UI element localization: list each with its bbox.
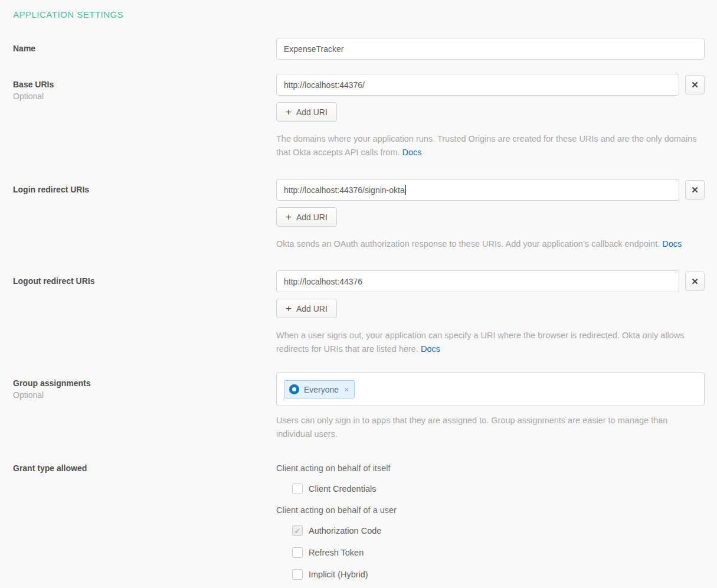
client-credentials-row: Client Credentials <box>292 484 705 494</box>
logout-redirect-input[interactable] <box>276 270 679 292</box>
base-uri-row: ✕ <box>276 74 705 96</box>
base-uri-input[interactable] <box>276 74 679 96</box>
base-uris-help-text: The domains where your application runs.… <box>276 132 705 159</box>
name-content-col <box>276 38 705 60</box>
refresh-token-label: Refresh Token <box>309 548 364 557</box>
plus-icon: + <box>286 212 292 222</box>
refresh-token-checkbox[interactable] <box>292 547 303 558</box>
client-credentials-label: Client Credentials <box>309 484 376 494</box>
logout-redirect-help-text: When a user signs out, your application … <box>276 329 705 356</box>
name-label-col: Name <box>13 38 276 53</box>
group-assignments-content-col: Everyone × Users can only sign in to app… <box>276 373 705 441</box>
remove-icon: ✕ <box>691 276 699 287</box>
name-input[interactable] <box>276 38 705 60</box>
login-redirect-field-row: Login redirect URIs http://localhost:443… <box>13 179 705 251</box>
grant-group1-heading: Client acting on behalf of itself <box>276 463 705 473</box>
add-uri-button-label: Add URI <box>296 213 328 222</box>
section-title: APPLICATION SETTINGS <box>13 9 705 19</box>
remove-icon: ✕ <box>691 80 699 90</box>
logout-redirect-content-col: ✕ + Add URI When a user signs out, your … <box>276 270 705 356</box>
grant-group2-heading: Client acting on behalf of a user <box>276 505 705 515</box>
authorization-code-row: ✓ Authorization Code <box>292 525 705 536</box>
base-uris-optional-label: Optional <box>13 92 276 101</box>
group-assignments-input[interactable]: Everyone × <box>276 373 705 406</box>
application-settings-page: APPLICATION SETTINGS Name Base URIs Opti… <box>0 0 717 580</box>
add-uri-button-label: Add URI <box>296 107 328 117</box>
base-uri-input-wrap <box>276 74 679 96</box>
add-uri-button-label: Add URI <box>296 304 328 313</box>
group-assignments-field-row: Group assignments Optional Everyone × Us… <box>13 373 705 441</box>
authorization-code-checkbox[interactable]: ✓ <box>292 525 303 536</box>
logout-redirect-field-row: Logout redirect URIs ✕ + Add URI When a … <box>13 270 705 356</box>
base-uris-content-col: ✕ + Add URI The domains where your appli… <box>276 74 705 159</box>
okta-logo-icon <box>289 384 299 394</box>
group-assignments-label-col: Group assignments Optional <box>13 373 276 400</box>
login-redirect-help-text: Okta sends an OAuth authorization respon… <box>276 237 705 251</box>
base-uris-docs-link[interactable]: Docs <box>402 148 422 157</box>
group-assignments-help-text: Users can only sign in to apps that they… <box>276 414 705 441</box>
base-uris-label-col: Base URIs Optional <box>13 74 276 101</box>
grant-type-content-col: Client acting on behalf of itself Client… <box>276 463 705 580</box>
group-assignments-label: Group assignments <box>13 378 276 388</box>
login-redirect-label: Login redirect URIs <box>13 185 276 194</box>
logout-redirect-help: When a user signs out, your application … <box>276 331 685 354</box>
tag-remove-icon[interactable]: × <box>344 385 349 394</box>
base-uris-field-row: Base URIs Optional ✕ + Add URI The domai… <box>13 74 705 159</box>
login-redirect-docs-link[interactable]: Docs <box>662 239 682 249</box>
implicit-hybrid-checkbox[interactable] <box>292 569 303 580</box>
logout-redirect-remove-button[interactable]: ✕ <box>685 272 705 291</box>
base-uri-remove-button[interactable]: ✕ <box>685 75 705 94</box>
base-uris-label: Base URIs <box>13 80 276 89</box>
group-assignments-help: Users can only sign in to apps that they… <box>276 416 667 439</box>
grant-type-label-col: Grant type allowed <box>13 463 276 473</box>
logout-redirect-uri-row: ✕ <box>276 270 705 292</box>
check-icon: ✓ <box>294 527 301 535</box>
authorization-code-label: Authorization Code <box>309 526 381 535</box>
login-redirect-help: Okta sends an OAuth authorization respon… <box>276 239 660 249</box>
client-credentials-checkbox[interactable] <box>292 484 303 494</box>
logout-redirect-input-wrap <box>276 270 679 292</box>
implicit-hybrid-label: Implicit (Hybrid) <box>309 570 368 579</box>
grant-type-label: Grant type allowed <box>13 463 276 473</box>
logout-redirect-add-uri-button[interactable]: + Add URI <box>276 299 337 318</box>
login-redirect-label-col: Login redirect URIs <box>13 179 276 194</box>
login-redirect-input-value: http://localhost:44376/signin-okta <box>284 185 405 195</box>
login-redirect-content-col: http://localhost:44376/signin-okta ✕ + A… <box>276 179 705 251</box>
grant-type-field-row: Grant type allowed Client acting on beha… <box>13 463 705 580</box>
remove-icon: ✕ <box>691 185 699 195</box>
login-redirect-add-uri-button[interactable]: + Add URI <box>276 207 337 227</box>
login-redirect-remove-button[interactable]: ✕ <box>685 180 705 200</box>
refresh-token-row: Refresh Token <box>292 547 705 558</box>
logout-redirect-label-col: Logout redirect URIs <box>13 270 276 286</box>
base-uris-help: The domains where your application runs.… <box>276 134 696 157</box>
group-tag-label: Everyone <box>304 385 339 394</box>
login-redirect-input[interactable]: http://localhost:44376/signin-okta <box>276 179 679 201</box>
login-redirect-input-wrap: http://localhost:44376/signin-okta <box>276 179 679 201</box>
implicit-hybrid-row: Implicit (Hybrid) <box>292 569 705 580</box>
text-cursor <box>405 185 406 195</box>
plus-icon: + <box>286 303 292 313</box>
login-redirect-uri-row: http://localhost:44376/signin-okta ✕ <box>276 179 705 201</box>
name-field-row: Name <box>13 38 705 60</box>
plus-icon: + <box>286 107 292 117</box>
name-label: Name <box>13 44 276 53</box>
group-tag-everyone: Everyone × <box>284 380 355 398</box>
base-uris-add-uri-button[interactable]: + Add URI <box>276 102 337 122</box>
logout-redirect-docs-link[interactable]: Docs <box>421 344 440 354</box>
group-assignments-optional-label: Optional <box>13 390 276 400</box>
logout-redirect-label: Logout redirect URIs <box>13 276 276 286</box>
